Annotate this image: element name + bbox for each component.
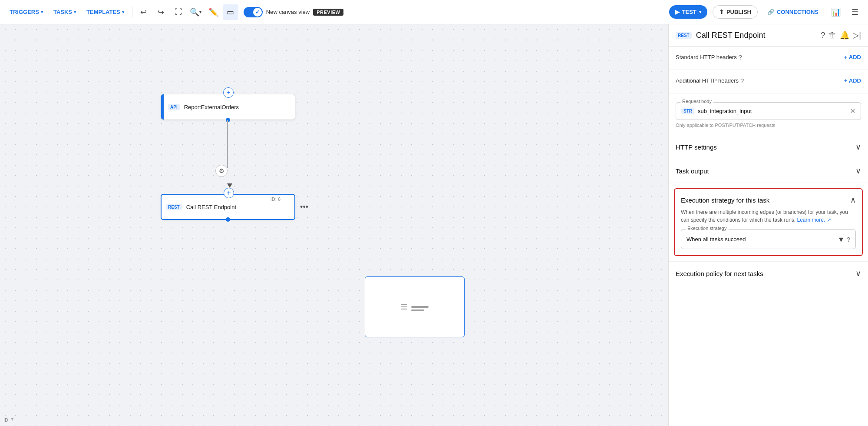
bell-icon[interactable]: 🔔	[840, 30, 849, 40]
exec-strategy-desc: When there are multiple incoming edges (…	[681, 208, 856, 224]
panel-rest-badge: REST	[676, 32, 692, 39]
standard-http-section: Standard HTTP headers ? + ADD	[669, 47, 868, 70]
toggle-check-icon: ✓	[255, 9, 260, 15]
delete-icon[interactable]: 🗑	[828, 31, 836, 40]
list-icon: ≡	[401, 300, 408, 314]
panel-header-icons: ? 🗑 🔔 ▷|	[821, 30, 861, 40]
exec-strategy-title: Execution strategy for this task	[681, 196, 769, 204]
publish-button[interactable]: ⬆ PUBLISH	[713, 5, 758, 19]
redo-icon: ↪	[158, 7, 164, 17]
request-body-field-group: Request body STR sub_integration_input ✕	[676, 102, 861, 120]
request-body-section: Request body STR sub_integration_input ✕…	[669, 93, 868, 135]
request-body-note: Only applicable to POST/PUT/PATCH reques…	[676, 123, 861, 128]
exec-strategy-dropdown-arrow[interactable]: ▾	[839, 234, 843, 244]
rest-node[interactable]: + REST Call REST Endpoint ID: 6 •••	[161, 194, 295, 220]
learn-more-link[interactable]: Learn more. ↗	[797, 217, 831, 223]
canvas-view-button[interactable]: ▭	[223, 4, 238, 20]
canvas-toggle-switch[interactable]: ✓	[244, 7, 263, 17]
task-output-title: Task output	[676, 167, 709, 175]
bottom-preview-box: ≡	[365, 276, 465, 337]
additional-http-section: Additional HTTP headers ? + ADD	[669, 70, 868, 93]
pen-icon: ✏️	[208, 7, 218, 17]
api-node-label: ReportExternalOrders	[184, 104, 239, 110]
menu-button[interactable]: ☰	[847, 4, 863, 20]
triggers-menu[interactable]: TRIGGERS ▾	[5, 6, 47, 18]
api-node-bottom-connector	[226, 118, 230, 122]
test-play-icon: ▶	[675, 9, 680, 15]
arrow-head	[227, 183, 232, 188]
canvas-toggle-label: New canvas view	[266, 9, 310, 15]
tasks-chevron-icon: ▾	[74, 10, 76, 14]
main-area: + API ReportExternalOrders ⚙ + REST Call…	[0, 24, 868, 426]
exec-strategy-header: Execution strategy for this task ∧	[681, 195, 856, 205]
additional-http-label: Additional HTTP headers	[676, 77, 739, 84]
standard-http-add-button[interactable]: + ADD	[844, 54, 861, 60]
templates-menu[interactable]: TEMPLATES ▾	[82, 6, 129, 18]
execution-policy-next-section[interactable]: Execution policy for next tasks ∨	[669, 261, 868, 285]
api-node[interactable]: + API ReportExternalOrders	[161, 94, 295, 120]
task-output-section[interactable]: Task output ∨	[669, 159, 868, 183]
analytics-button[interactable]: 📊	[828, 4, 844, 20]
connections-icon: 🔗	[767, 9, 774, 15]
bottom-box-content: ≡	[401, 300, 429, 314]
exec-dropdown-value: When all tasks succeed	[686, 236, 839, 243]
connections-label: CONNECTIONS	[777, 9, 818, 15]
canvas-area[interactable]: + API ReportExternalOrders ⚙ + REST Call…	[0, 24, 668, 426]
http-settings-header: HTTP settings ∨	[676, 142, 861, 152]
test-button[interactable]: ▶ TEST ▾	[669, 5, 707, 19]
right-panel: REST Call REST Endpoint ? 🗑 🔔 ▷| Standar…	[668, 24, 868, 426]
bottom-line-2	[411, 310, 424, 311]
standard-http-label: Standard HTTP headers	[676, 54, 737, 60]
triggers-label: TRIGGERS	[10, 9, 39, 15]
task-output-header: Task output ∨	[676, 166, 861, 176]
zoom-icon: 🔍	[190, 7, 199, 17]
exec-strategy-chevron-icon[interactable]: ∧	[850, 195, 856, 205]
expand-icon[interactable]: ▷|	[853, 30, 861, 40]
topnav: TRIGGERS ▾ TASKS ▾ TEMPLATES ▾ ↩ ↪ ⛶ 🔍 ▾…	[0, 0, 868, 24]
standard-http-help-icon[interactable]: ?	[739, 53, 742, 61]
additional-http-row: Additional HTTP headers ? + ADD	[676, 77, 861, 84]
api-node-badge: API	[168, 104, 180, 110]
test-label: TEST	[682, 9, 696, 15]
standard-http-row: Standard HTTP headers ? + ADD	[676, 53, 861, 61]
str-badge: STR	[681, 108, 694, 114]
rest-node-label: Call REST Endpoint	[186, 204, 236, 210]
http-settings-chevron-icon: ∨	[855, 142, 861, 152]
zoom-button[interactable]: 🔍 ▾	[188, 4, 204, 20]
request-body-clear-button[interactable]: ✕	[850, 107, 855, 115]
pen-button[interactable]: ✏️	[205, 4, 221, 20]
triggers-chevron-icon: ▾	[41, 10, 43, 14]
nav-separator-1	[132, 6, 132, 18]
exec-dropdown-group: Execution strategy When all tasks succee…	[681, 229, 856, 249]
tasks-menu[interactable]: TASKS ▾	[49, 6, 80, 18]
exec-strategy-help-icon[interactable]: ?	[847, 236, 850, 243]
rest-node-add-top[interactable]: +	[224, 188, 234, 198]
exec-dropdown-label: Execution strategy	[686, 226, 729, 231]
bottom-box-lines	[411, 306, 429, 311]
additional-http-add-button[interactable]: + ADD	[844, 77, 861, 84]
additional-http-help-icon[interactable]: ?	[740, 77, 744, 84]
preview-badge: PREVIEW	[313, 9, 343, 16]
network-button[interactable]: ⛶	[171, 4, 186, 20]
api-node-accent	[161, 94, 164, 120]
canvas-id-tag: ID: 7	[3, 417, 13, 423]
publish-icon: ⬆	[719, 9, 724, 15]
redo-button[interactable]: ↪	[153, 4, 169, 20]
http-settings-section[interactable]: HTTP settings ∨	[669, 135, 868, 159]
rest-node-bottom-connector	[226, 217, 230, 222]
connector-line-1	[227, 120, 228, 168]
additional-http-left: Additional HTTP headers ?	[676, 77, 744, 84]
undo-button[interactable]: ↩	[136, 4, 152, 20]
tasks-label: TASKS	[53, 9, 72, 15]
api-node-add-top[interactable]: +	[223, 87, 234, 98]
help-icon[interactable]: ?	[821, 31, 825, 40]
request-body-label: Request body	[680, 99, 713, 104]
hamburger-icon: ☰	[851, 7, 858, 17]
rest-node-more-button[interactable]: •••	[300, 203, 308, 212]
connections-button[interactable]: 🔗 CONNECTIONS	[761, 6, 825, 18]
gear-icon-node[interactable]: ⚙	[215, 165, 228, 177]
request-body-value: sub_integration_input	[698, 108, 846, 114]
rest-node-inner: REST Call REST Endpoint	[162, 204, 294, 210]
task-output-chevron-icon: ∨	[855, 166, 861, 176]
publish-label: PUBLISH	[726, 9, 751, 15]
